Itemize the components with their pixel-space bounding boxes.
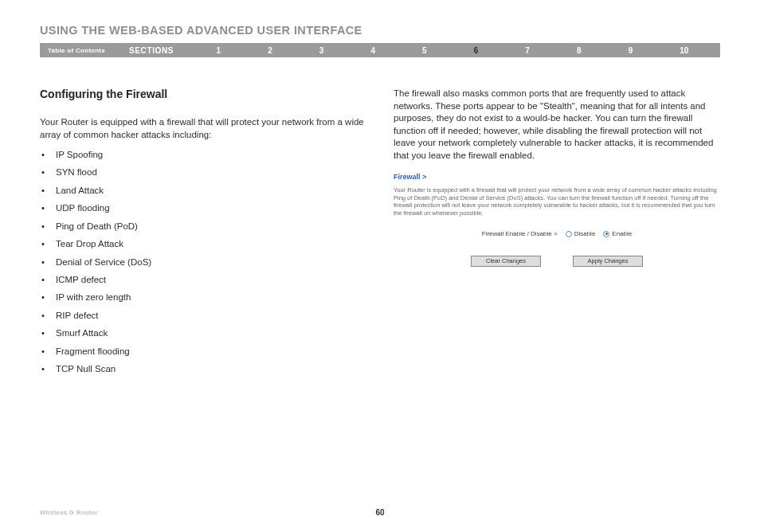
section-navbar: Table of Contents SECTIONS 1 2 3 4 5 6 7… <box>40 43 720 57</box>
radio-icon <box>566 231 572 237</box>
list-item: Ping of Death (PoD) <box>56 217 366 235</box>
page-number: 60 <box>375 508 384 517</box>
section-link-7[interactable]: 7 <box>519 46 536 55</box>
list-item: UDP flooding <box>56 199 366 217</box>
list-item: Land Attack <box>56 182 366 199</box>
radio-icon <box>603 231 609 237</box>
radio-label: Disable <box>574 230 596 238</box>
list-item: Tear Drop Attack <box>56 235 366 252</box>
list-item: SYN flood <box>56 163 366 181</box>
section-link-10[interactable]: 10 <box>673 46 695 55</box>
page-footer: Wireless G Router 60 <box>40 509 720 516</box>
list-item: ICMP defect <box>56 271 366 288</box>
section-link-2[interactable]: 2 <box>261 46 279 55</box>
apply-changes-button[interactable]: Apply Changes <box>573 256 643 267</box>
panel-button-row: Clear Changes Apply Changes <box>394 256 720 267</box>
list-item: IP with zero length <box>56 288 366 306</box>
section-link-3[interactable]: 3 <box>313 46 331 55</box>
list-item: Smurf Attack <box>56 324 366 342</box>
section-link-1[interactable]: 1 <box>210 46 228 55</box>
firewall-panel: Firewall > Your Router is equipped with … <box>394 173 720 267</box>
subheading: Configuring the Firewall <box>40 88 366 100</box>
panel-title[interactable]: Firewall > <box>394 173 720 182</box>
toc-link[interactable]: Table of Contents <box>40 43 113 57</box>
radio-label: Enable <box>612 230 632 238</box>
sections-label: SECTIONS <box>113 43 185 57</box>
list-item: Denial of Service (DoS) <box>56 253 366 271</box>
section-link-5[interactable]: 5 <box>416 46 433 55</box>
radio-enable[interactable]: Enable <box>603 230 632 238</box>
right-paragraph: The firewall also masks common ports tha… <box>394 88 720 162</box>
list-item: TCP Null Scan <box>56 360 366 377</box>
firewall-toggle-row: Firewall Enable / Disable > Disable Enab… <box>394 230 720 238</box>
clear-changes-button[interactable]: Clear Changes <box>471 256 541 267</box>
section-link-4[interactable]: 4 <box>364 46 382 55</box>
radio-disable[interactable]: Disable <box>566 230 596 238</box>
product-name: Wireless G Router <box>40 509 98 516</box>
right-column: The firewall also masks common ports tha… <box>394 88 720 378</box>
intro-paragraph: Your Router is equipped with a firewall … <box>40 116 366 141</box>
section-link-9[interactable]: 9 <box>622 46 640 55</box>
attack-list: IP Spoofing SYN flood Land Attack UDP fl… <box>40 146 366 377</box>
section-link-8[interactable]: 8 <box>570 46 588 55</box>
list-item: RIP defect <box>56 307 366 324</box>
toggle-label: Firewall Enable / Disable > <box>482 230 558 238</box>
page-header: USING THE WEB-BASED ADVANCED USER INTERF… <box>40 24 720 37</box>
left-column: Configuring the Firewall Your Router is … <box>40 88 366 378</box>
section-items: 1 2 3 4 5 6 7 8 9 10 <box>185 43 720 57</box>
list-item: IP Spoofing <box>56 146 366 163</box>
content-area: Configuring the Firewall Your Router is … <box>40 88 720 378</box>
section-link-6[interactable]: 6 <box>468 46 485 55</box>
list-item: Fragment flooding <box>56 342 366 360</box>
panel-description: Your Router is equipped with a firewall … <box>394 186 720 217</box>
